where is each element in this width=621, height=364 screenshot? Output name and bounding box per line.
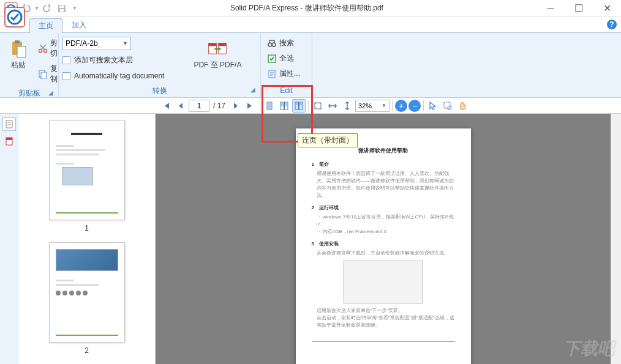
window-controls: ─ ☐ ✕ [536,0,621,17]
vertical-scrollbar[interactable] [611,114,621,364]
pointer-tool-button[interactable] [426,99,440,113]
pdfa-version-combo[interactable]: PDF/A-2b ▼ [62,37,131,50]
thumbnail-label: 1 [85,224,89,232]
paste-icon [9,39,28,59]
first-page-button[interactable] [159,99,173,113]
properties-icon [267,69,277,79]
minimize-button[interactable]: ─ [536,0,565,17]
dialog-launcher-icon[interactable]: ◢ [47,89,55,97]
zoom-value: 32% [358,102,372,110]
searchable-text-checkbox[interactable]: 添加可搜索文本层 [62,54,164,67]
page-thumbnail[interactable]: 2 [18,242,155,355]
svg-rect-34 [7,124,11,125]
fit-height-button[interactable] [341,99,354,113]
last-page-button[interactable] [244,99,257,113]
checkbox-icon [62,72,70,80]
svg-rect-33 [7,122,11,123]
doc-s3-text2: 启用后首次进入界面单击"下一步"安装。 [317,307,455,314]
document-viewport[interactable]: 微讲师软件使用帮助 1 简介 感谢使用本软件！您选择了一款简洁适用、人人喜欢、功… [156,114,611,364]
facing-cover-tooltip: 连页（带封面） [298,133,358,147]
properties-button[interactable]: 属性... [265,67,303,80]
svg-rect-19 [219,43,227,46]
copy-button[interactable]: 复制 [36,62,60,86]
chk-autotag-label: Automatically tag document [74,72,164,80]
fit-width-button[interactable] [326,99,339,113]
doc-section-1-text: 感谢使用本软件！您选择了一款简洁适用、人人喜欢、功能强大、实用方便的软件——微讲… [317,170,455,199]
pdf-to-pdfa-icon [208,39,227,59]
pdf-to-pdfa-button[interactable]: PDF 至 PDF/A [191,37,244,73]
select-all-button[interactable]: 全选 [265,52,303,65]
ribbon-group-clipboard: 粘贴 剪切 复制 剪贴板 ◢ [0,33,59,97]
svg-rect-4 [60,9,64,12]
zoom-out-button[interactable]: − [408,100,421,112]
main-area: 1 2 [0,114,621,364]
facing-cover-button[interactable] [292,99,306,113]
attachments-panel-button[interactable] [2,135,16,148]
auto-tag-checkbox[interactable]: Automatically tag document [62,70,164,81]
search-button[interactable]: 搜索 [265,37,303,50]
binoculars-icon [267,39,277,48]
doc-section-2-title: 2 运行环境 [312,204,455,211]
left-sidebar [0,114,18,364]
pdf-to-pdfa-label: PDF 至 PDF/A [194,60,241,70]
select-all-icon [267,54,277,64]
redo-button[interactable] [40,2,54,15]
save-button[interactable] [55,2,69,15]
zoom-in-button[interactable]: + [395,100,407,112]
doc-s3-text3: 点击启动，安装时选"件审阅"查看"系统配置"跟"最适配"选项，这有助于提升体验效… [317,314,455,329]
help-icon[interactable]: ? [606,19,617,30]
ribbon-tabs: 主页 加入 ? [0,17,621,33]
fit-page-button[interactable] [311,99,325,113]
svg-rect-10 [15,40,20,43]
chk-searchable-label: 添加可搜索文本层 [74,55,133,65]
hand-tool-button[interactable] [456,99,469,113]
dialog-launcher-icon[interactable]: ◢ [249,86,257,94]
maximize-button[interactable]: ☐ [565,0,593,17]
paste-button[interactable]: 粘贴 [4,37,33,73]
tab-insert[interactable]: 加入 [62,18,96,32]
svg-rect-30 [444,102,450,108]
ribbon-group-convert: PDF/A-2b ▼ 添加可搜索文本层 Automatically tag do… [59,33,261,97]
properties-label: 属性... [279,69,300,79]
continuous-button[interactable] [277,99,291,113]
zoom-combo[interactable]: 32% ▼ [355,100,390,112]
page-count: / 17 [213,102,225,110]
marquee-zoom-button[interactable] [441,99,454,113]
prev-page-button[interactable] [174,99,187,113]
page-thumbnail[interactable]: 1 [18,120,155,232]
ribbon-group-edit: 搜索 全选 属性... Edit [261,33,312,97]
document-page: 微讲师软件使用帮助 1 简介 感谢使用本软件！您选择了一款简洁适用、人人喜欢、功… [296,128,471,364]
svg-point-31 [448,106,451,110]
svg-rect-15 [41,72,47,79]
checkbox-icon [62,56,70,64]
svg-point-20 [268,43,272,46]
cut-label: 剪切 [50,38,58,59]
view-toolbar: / 17 32% ▼ + − [0,98,621,114]
svg-rect-36 [6,138,12,140]
page-number-input[interactable] [189,100,209,112]
file-menu-icon[interactable] [2,5,27,29]
paste-label: 粘贴 [11,60,26,70]
scissors-icon [38,43,48,53]
doc-s2-b1: ・ windows 7/8/10上皆可应用，推荐配有W上CPU、英特尔i5或i7 [317,214,455,228]
pdfa-combo-value: PDF/A-2b [66,39,98,48]
cut-button[interactable]: 剪切 [36,37,60,60]
single-page-button[interactable] [263,99,276,113]
titlebar: ▼ ▼ Solid PDF/A Express - 微讲师软件使用帮助.pdf … [0,0,621,17]
svg-rect-17 [209,43,217,46]
ribbon: 粘贴 剪切 复制 剪贴板 ◢ [0,33,621,98]
close-button[interactable]: ✕ [593,0,621,17]
next-page-button[interactable] [229,99,243,113]
doc-s3-text: 从会微讲师官网下载后，并启动安装程序解包安装说明完成。 [317,250,455,257]
doc-s2-b2: ・ 内存4GB，net Framework4.0 [317,228,455,236]
thumbnails-panel[interactable]: 1 2 [18,114,156,364]
undo-dropdown[interactable]: ▼ [34,6,39,11]
search-label: 搜索 [279,38,294,48]
svg-point-21 [272,43,276,46]
qat-customize[interactable]: ▼ [72,6,77,11]
clipboard-group-label: 剪贴板 ◢ [1,88,57,98]
thumbnails-panel-button[interactable] [2,117,16,131]
svg-text:?: ? [609,20,614,29]
tab-home[interactable]: 主页 [29,18,62,33]
doc-dialog-image [344,261,423,303]
